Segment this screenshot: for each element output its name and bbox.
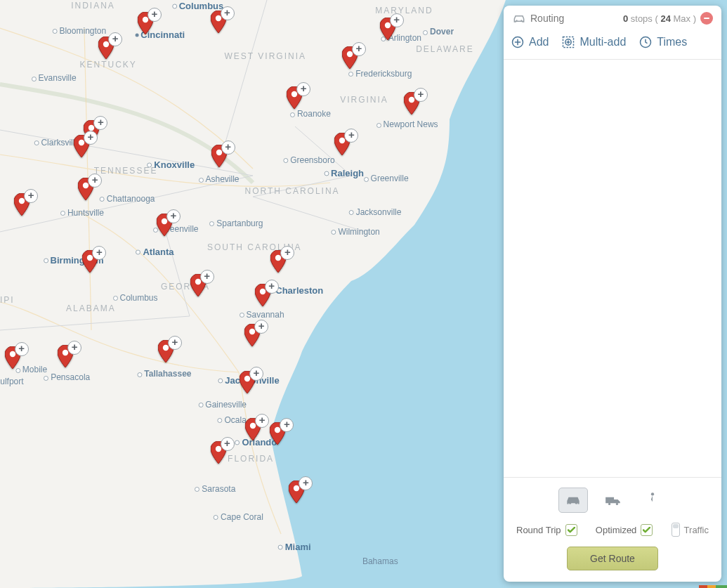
map-marker[interactable]: + — [158, 340, 173, 362]
marker-add-icon[interactable]: + — [88, 174, 102, 188]
marker-add-icon[interactable]: + — [148, 8, 162, 22]
stops-count: 0 stops ( 24 Max ) — [623, 13, 696, 24]
marker-add-icon[interactable]: + — [93, 116, 107, 130]
marker-add-icon[interactable]: + — [92, 246, 106, 260]
svg-point-38 — [651, 492, 654, 495]
map-marker[interactable]: + — [342, 46, 358, 69]
marker-add-icon[interactable]: + — [249, 367, 263, 381]
map-marker[interactable]: + — [211, 11, 226, 33]
panel-header: Routing 0 stops ( 24 Max ) — [504, 6, 721, 30]
marker-add-icon[interactable]: + — [24, 189, 38, 203]
map-marker[interactable]: + — [211, 441, 226, 464]
map-marker[interactable]: + — [244, 324, 260, 346]
map-marker[interactable]: + — [270, 422, 285, 445]
marker-add-icon[interactable]: + — [200, 270, 214, 284]
map-marker[interactable]: + — [190, 274, 206, 296]
panel-toolbar: Add Multi-add Times — [504, 30, 721, 60]
map-marker[interactable]: + — [287, 86, 302, 109]
marker-add-icon[interactable]: + — [280, 418, 294, 432]
marker-add-icon[interactable]: + — [84, 131, 98, 145]
marker-add-icon[interactable]: + — [296, 82, 310, 96]
multi-add-icon — [561, 35, 575, 49]
routing-panel: Routing 0 stops ( 24 Max ) Add Multi-add… — [504, 6, 721, 582]
traffic-light-icon — [672, 523, 680, 537]
marker-add-icon[interactable]: + — [67, 341, 81, 355]
marker-add-icon[interactable]: + — [254, 320, 268, 334]
map-marker[interactable]: + — [270, 250, 286, 273]
svg-point-28 — [516, 20, 518, 21]
map-marker[interactable]: + — [157, 214, 172, 236]
map-marker[interactable]: + — [380, 18, 395, 40]
map-marker[interactable]: + — [58, 345, 73, 367]
svg-point-37 — [616, 503, 618, 505]
marker-add-icon[interactable]: + — [15, 342, 29, 356]
times-label: Times — [657, 36, 687, 48]
map-marker[interactable]: + — [14, 193, 30, 216]
marker-add-icon[interactable]: + — [168, 336, 182, 350]
clock-icon — [638, 35, 653, 49]
map-marker[interactable]: + — [334, 133, 350, 155]
svg-point-29 — [520, 20, 522, 21]
round-trip-checkbox[interactable]: Round Trip — [516, 524, 577, 536]
svg-point-35 — [575, 502, 577, 504]
traffic-label: Traffic — [684, 525, 709, 535]
map-marker[interactable]: + — [78, 178, 93, 200]
route-options: Round Trip Optimized Traffic — [516, 523, 709, 537]
map-marker[interactable]: + — [289, 481, 304, 503]
map-marker[interactable]: + — [74, 135, 89, 157]
mode-walk[interactable] — [638, 488, 667, 512]
panel-title: Routing — [530, 13, 564, 24]
marker-add-icon[interactable]: + — [221, 141, 235, 155]
map-marker[interactable]: + — [138, 12, 153, 34]
check-icon — [565, 524, 577, 536]
round-trip-label: Round Trip — [516, 525, 561, 535]
times-button[interactable]: Times — [638, 35, 687, 49]
multi-add-button[interactable]: Multi-add — [561, 35, 626, 49]
marker-add-icon[interactable]: + — [166, 209, 181, 223]
traffic-toggle[interactable]: Traffic — [672, 523, 709, 537]
map-marker[interactable]: + — [5, 346, 20, 369]
optimized-checkbox[interactable]: Optimized — [596, 524, 653, 536]
svg-point-36 — [608, 503, 610, 505]
add-label: Add — [529, 36, 549, 48]
multi-add-label: Multi-add — [579, 36, 626, 48]
car-icon — [512, 11, 526, 25]
marker-add-icon[interactable]: + — [255, 414, 269, 428]
marker-add-icon[interactable]: + — [265, 280, 279, 294]
map-marker[interactable]: + — [211, 145, 227, 167]
panel-footer: Round Trip Optimized Traffic Get Route — [504, 477, 721, 582]
mode-truck[interactable] — [599, 488, 627, 512]
map-marker[interactable]: + — [245, 418, 261, 440]
map-marker[interactable]: + — [82, 250, 98, 273]
marker-add-icon[interactable]: + — [280, 246, 294, 260]
marker-add-icon[interactable]: + — [299, 476, 313, 490]
marker-add-icon[interactable]: + — [390, 13, 404, 27]
check-icon — [641, 524, 653, 536]
plus-circle-icon — [511, 35, 525, 49]
optimized-label: Optimized — [596, 525, 637, 535]
progress-indicator — [699, 585, 727, 588]
add-button[interactable]: Add — [511, 35, 549, 49]
map-marker[interactable]: + — [240, 371, 255, 393]
marker-add-icon[interactable]: + — [414, 88, 428, 102]
mode-car[interactable] — [558, 488, 588, 513]
close-button[interactable] — [700, 12, 713, 25]
map-marker[interactable]: + — [404, 92, 419, 115]
svg-point-34 — [569, 502, 571, 504]
stops-list[interactable] — [504, 60, 721, 477]
marker-add-icon[interactable]: + — [352, 42, 366, 56]
marker-add-icon[interactable]: + — [344, 129, 358, 143]
marker-add-icon[interactable]: + — [221, 437, 235, 451]
get-route-button[interactable]: Get Route — [567, 547, 658, 570]
map-marker[interactable]: + — [255, 284, 270, 306]
marker-add-icon[interactable]: + — [108, 32, 122, 46]
mode-selector — [516, 488, 709, 513]
marker-add-icon[interactable]: + — [221, 6, 235, 20]
map-marker[interactable]: + — [98, 37, 114, 59]
